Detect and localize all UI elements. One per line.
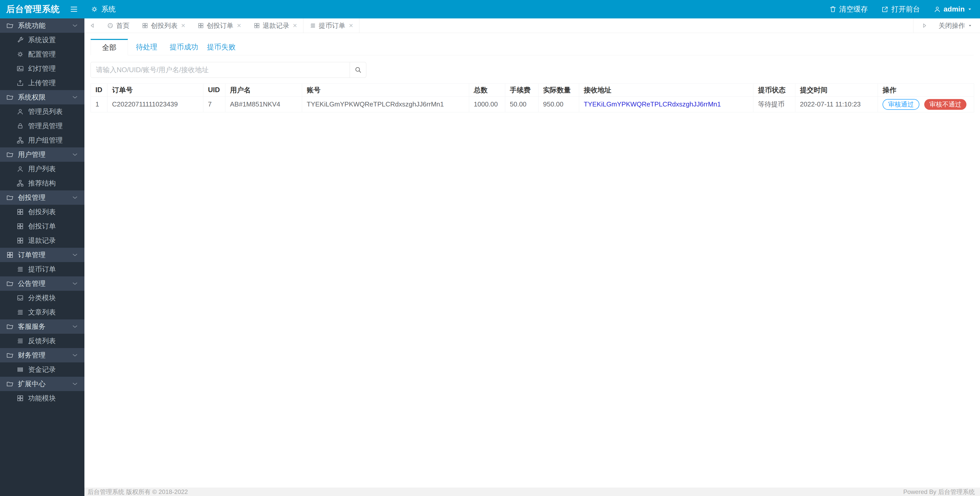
sidebar-item-label: 管理员列表 <box>28 107 63 116</box>
search-input[interactable] <box>91 62 350 78</box>
sidebar-group-finance-management[interactable]: 财务管理 <box>0 348 84 362</box>
sidebar-group-label: 订单管理 <box>18 250 46 260</box>
module-title-label: 系统 <box>101 4 116 14</box>
barcode-icon <box>16 366 24 373</box>
reject-button[interactable]: 审核不通过 <box>924 99 966 110</box>
sitemap-icon <box>16 136 24 144</box>
col-header-submit-time: 提交时间 <box>795 84 878 96</box>
sidebar-item-slides-management[interactable]: 幻灯管理 <box>0 61 84 76</box>
subtab-all[interactable]: 全部 <box>91 39 128 55</box>
subtab-pending[interactable]: 待处理 <box>128 39 165 55</box>
subtab-withdraw-success[interactable]: 提币成功 <box>165 39 203 55</box>
list-icon <box>16 337 24 345</box>
clear-cache-button[interactable]: 清空缓存 <box>829 4 868 14</box>
inbox-icon <box>16 294 24 302</box>
hamburger-icon[interactable] <box>70 5 78 14</box>
sidebar-item-label: 用户列表 <box>28 164 56 174</box>
sidebar-item-withdraw-orders[interactable]: 提币订单 <box>0 262 84 276</box>
sidebar-item-article-list[interactable]: 文章列表 <box>0 305 84 319</box>
tab-scroll-right-button[interactable] <box>921 22 927 29</box>
user-icon <box>16 165 24 173</box>
sidebar-item-function-module[interactable]: 功能模块 <box>0 391 84 405</box>
approve-button[interactable]: 审核通过 <box>883 99 920 110</box>
col-header-actual-amount: 实际数量 <box>538 84 579 96</box>
sidebar-group-user-management[interactable]: 用户管理 <box>0 147 84 162</box>
chevron-down-icon <box>72 151 78 158</box>
sidebar-group-order-management[interactable]: 订单管理 <box>0 248 84 262</box>
chevron-down-icon <box>72 381 78 387</box>
withdraw-orders-table: ID 订单号 UID 用户名 账号 总数 手续费 实际数量 接收地址 提币状态 … <box>91 83 974 112</box>
logo-bar: 后台管理系统 <box>0 0 84 18</box>
sidebar-group-announcement-management[interactable]: 公告管理 <box>0 276 84 291</box>
sidebar-item-refund-records[interactable]: 退款记录 <box>0 233 84 248</box>
sidebar-item-admin-list[interactable]: 管理员列表 <box>0 104 84 119</box>
user-menu[interactable]: admin <box>934 5 972 13</box>
footer: 后台管理系统 版权所有 © 2018-2022 Powered By 后台管理系… <box>84 488 980 496</box>
cell-username: AB#1M851NKV4 <box>225 96 302 112</box>
open-frontend-button[interactable]: 打开前台 <box>881 4 920 14</box>
sidebar-item-venture-orders[interactable]: 创投订单 <box>0 219 84 233</box>
sidebar-group-venture-management[interactable]: 创投管理 <box>0 190 84 205</box>
chevron-down-icon <box>72 252 78 258</box>
sidebar-item-category-module[interactable]: 分类模块 <box>0 291 84 305</box>
user-icon <box>934 5 941 13</box>
sidebar-item-label: 系统设置 <box>28 35 56 45</box>
tab-withdraw-orders[interactable]: 提币订单 × <box>303 18 360 33</box>
grid-icon <box>16 222 24 230</box>
folder-icon <box>6 151 14 158</box>
col-header-receive-address: 接收地址 <box>579 84 753 96</box>
receive-address-link[interactable]: TYEKiLGmYPKWQReTPLCRdxszghJJ6rrMn1 <box>584 100 721 108</box>
sidebar-item-user-list[interactable]: 用户列表 <box>0 162 84 176</box>
close-icon[interactable]: × <box>237 22 241 29</box>
tab-scroll-left-button[interactable] <box>84 18 101 33</box>
sidebar-group-system-permissions[interactable]: 系统权限 <box>0 90 84 104</box>
clear-cache-label: 清空缓存 <box>839 4 868 14</box>
sidebar-item-user-group-management[interactable]: 用户组管理 <box>0 133 84 147</box>
sidebar-item-upload-management[interactable]: 上传管理 <box>0 76 84 90</box>
sidebar-item-venture-list[interactable]: 创投列表 <box>0 205 84 219</box>
sidebar-item-label: 创投订单 <box>28 222 56 231</box>
sidebar-item-label: 推荐结构 <box>28 179 56 188</box>
sidebar-item-config-management[interactable]: 配置管理 <box>0 47 84 61</box>
folder-icon <box>6 22 14 29</box>
caret-down-icon <box>968 23 972 28</box>
sidebar-item-label: 分类模块 <box>28 293 56 303</box>
user-icon <box>16 108 24 115</box>
sidebar-item-feedback-list[interactable]: 反馈列表 <box>0 334 84 348</box>
tab-home[interactable]: 首页 <box>101 18 135 33</box>
tab-refund-records[interactable]: 退款记录 × <box>247 18 303 33</box>
sidebar-item-fund-records[interactable]: 资金记录 <box>0 362 84 377</box>
main-content: 全部 待处理 提币成功 提币失败 ID 订单号 UID 用户名 账号 总数 手续… <box>84 33 980 488</box>
subtab-withdraw-failed[interactable]: 提币失败 <box>203 39 240 55</box>
sidebar-item-label: 反馈列表 <box>28 336 56 346</box>
search-button[interactable] <box>350 62 366 78</box>
external-link-icon <box>881 5 889 13</box>
sidebar-item-system-settings[interactable]: 系统设置 <box>0 33 84 47</box>
tab-label: 创投订单 <box>207 21 233 30</box>
folder-icon <box>6 194 14 201</box>
tab-label: 提币订单 <box>319 21 345 30</box>
close-icon[interactable]: × <box>181 22 185 29</box>
sidebar-item-admin-management[interactable]: 管理员管理 <box>0 119 84 133</box>
sidebar-group-customer-service[interactable]: 客服服务 <box>0 319 84 334</box>
sidebar-item-referral-structure[interactable]: 推荐结构 <box>0 176 84 190</box>
table-header-row: ID 订单号 UID 用户名 账号 总数 手续费 实际数量 接收地址 提币状态 … <box>91 84 974 96</box>
table-row: 1 C20220711111023439 7 AB#1M851NKV4 TYEK… <box>91 96 974 112</box>
sidebar-group-label: 用户管理 <box>18 150 46 159</box>
tab-label: 创投列表 <box>151 21 178 30</box>
close-icon[interactable]: × <box>349 22 353 29</box>
sidebar-group-extension-center[interactable]: 扩展中心 <box>0 377 84 391</box>
sidebar-group-label: 创投管理 <box>18 193 46 202</box>
folder-icon <box>6 380 14 388</box>
close-operations-dropdown[interactable]: 关闭操作 <box>939 21 972 30</box>
tab-venture-list[interactable]: 创投列表 × <box>135 18 191 33</box>
sidebar-group-label: 客服服务 <box>18 322 46 331</box>
col-header-fee: 手续费 <box>505 84 538 96</box>
open-frontend-label: 打开前台 <box>891 4 920 14</box>
tab-venture-orders[interactable]: 创投订单 × <box>191 18 247 33</box>
sidebar-group-system-functions[interactable]: 系统功能 <box>0 18 84 33</box>
chevron-down-icon <box>72 352 78 359</box>
sidebar-item-label: 提币订单 <box>28 265 56 274</box>
status-filter-tabs: 全部 待处理 提币成功 提币失败 <box>91 39 974 55</box>
close-icon[interactable]: × <box>293 22 297 29</box>
